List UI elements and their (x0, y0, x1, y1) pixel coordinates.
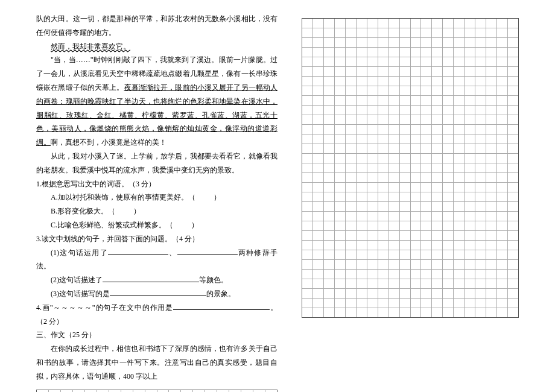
q3-title: 3.读文中划线的句子，并回答下面的问题。（4 分） (36, 232, 278, 246)
passage-p2: 然而，我却非常喜欢它。 (36, 40, 278, 54)
blank-input[interactable] (110, 288, 206, 296)
writing-section: 三、作文（25 分） (36, 328, 278, 342)
q1-title: 1.根据意思写出文中的词语。（3 分） (36, 177, 278, 191)
passage-p1: 队的大田。这一切，都是那样的平常，和苏北农村的无数条小溪相比，没有任何便值得夸耀… (36, 12, 278, 40)
q1-b: B.形容变化极大。（ ） (36, 204, 278, 218)
writing-prompt: 在你的成长过程中，相信也和书结下了深厚的感情，也有许多关于自己和书的故事，请选择… (36, 342, 278, 383)
writing-grid-left[interactable] (36, 390, 278, 392)
blank-input[interactable] (173, 302, 270, 310)
q1-c: C.比喻色彩鲜艳、纷繁或式样繁多。（ ） (36, 218, 278, 232)
passage-p4: 从此，我对小溪入了迷。上学前，放学后，我都要去看看它，就像看我的老朋友。我爱溪中… (36, 150, 278, 177)
blank-input[interactable] (177, 247, 238, 255)
q3-2: (2)这句话描述了等颜色。 (36, 273, 278, 287)
q1-a: A.加以衬托和装饰，使原有的事情更美好。（ ） (36, 191, 278, 204)
q4: 4.画"～～～～～"的句子在文中的作用是。（2 分） (36, 301, 278, 329)
q3-3: (3)这句话描写的是的景象。 (36, 287, 278, 301)
q3-1: (1)这句话运用了、两种修辞手法。 (36, 246, 278, 274)
blank-input[interactable] (103, 274, 199, 282)
blank-input[interactable] (108, 247, 168, 255)
writing-grid-right[interactable] (302, 18, 519, 318)
passage-p3: "当，当……"时钟刚刚敲了四下，我就来到了溪边。眼前一片朦胧。过了一会儿，从溪底… (36, 53, 278, 150)
